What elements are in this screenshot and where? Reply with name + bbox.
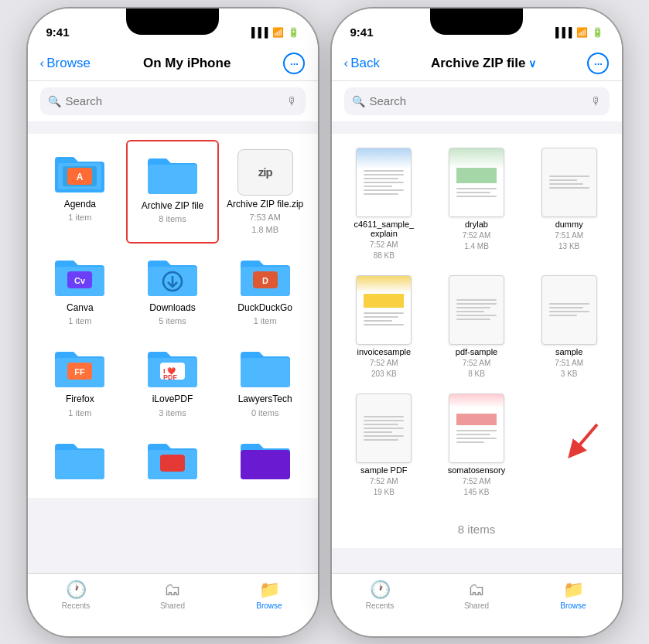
svg-text:FF: FF: [75, 367, 86, 377]
phone-right-content: ‹ Back Archive ZIP file ∨ ··· 🔍 🎙: [332, 47, 622, 636]
shared-icon-right: 🗂: [468, 580, 485, 600]
doc-name-c4611: c4611_sample_ explain: [341, 220, 428, 238]
file-name-ilovepdf: iLovePDF: [152, 394, 193, 404]
doc-size-dummy: 13 KB: [558, 242, 579, 250]
invoice-header: [364, 294, 404, 308]
battery-icon: 🔋: [288, 27, 299, 38]
page-title-text-right: Archive ZIP file: [431, 56, 526, 71]
doc-line: [456, 430, 497, 431]
somato-header: [456, 414, 497, 425]
folder-icon-downloads: [145, 253, 200, 299]
file-item-extra3[interactable]: [219, 427, 312, 492]
notch-right: [430, 9, 523, 35]
doc-item-dummy[interactable]: dummy 7:51 AM 13 KB: [523, 140, 616, 267]
doc-line: [364, 428, 404, 429]
phone-left: 9:41 ▐▐▐ 📶 🔋 ‹ Browse On My iPhone ··· 🔍…: [28, 9, 318, 636]
folder-icon-ilovepdf: I ❤️ PDF: [145, 344, 200, 390]
doc-name-sample: sample: [555, 347, 582, 356]
svg-text:PDF: PDF: [163, 373, 178, 381]
folder-icon-lawyerstech: [237, 344, 293, 390]
search-input-right[interactable]: [370, 94, 586, 107]
browse-label-left: Browse: [256, 601, 282, 610]
doc-line: [549, 183, 583, 185]
back-label-right: Back: [350, 56, 380, 71]
doc-item-pdfsample[interactable]: pdf-sample 7:52 AM 8 KB: [430, 267, 523, 386]
file-item-extra2[interactable]: [126, 427, 219, 492]
doc-item-drylab[interactable]: drylab 7:52 AM 1.4 MB: [430, 140, 523, 267]
wifi-icon: 📶: [272, 27, 284, 38]
file-item-agenda[interactable]: A Agenda 1 item: [34, 140, 127, 244]
doc-grid-right: c4611_sample_ explain 7:52 AM 88 KB: [332, 134, 622, 510]
doc-line: [456, 188, 497, 189]
tab-recents-left[interactable]: 🕐 Recents: [28, 580, 125, 610]
folder-icon-extra1: [52, 436, 108, 482]
doc-lines-samplepdf: [360, 413, 407, 444]
file-meta-archive-zip: 7:53 AM: [249, 213, 280, 222]
doc-thumb-drylab: [449, 148, 504, 217]
file-item-ilovepdf[interactable]: I ❤️ PDF iLovePDF 3 items: [126, 335, 219, 426]
battery-icon-right: 🔋: [592, 27, 603, 38]
back-label-left: Browse: [46, 56, 91, 71]
file-item-archive-zip[interactable]: zip Archive ZIP file.zip 7:53 AM 1.8 MB: [219, 140, 312, 244]
svg-text:A: A: [77, 172, 84, 182]
file-item-archive-folder[interactable]: Archive ZIP file 8 items: [128, 141, 217, 242]
file-item-lawyerstech[interactable]: LawyersTech 0 items: [219, 335, 312, 426]
search-input-left[interactable]: [66, 94, 282, 107]
back-button-left[interactable]: ‹ Browse: [40, 56, 91, 71]
file-name-archive-zip: Archive ZIP file.zip: [227, 199, 303, 210]
folder-icon-agenda: A: [52, 149, 108, 196]
tab-bar-right: 🕐 Recents 🗂 Shared 📁 Browse: [332, 573, 622, 636]
nav-bar-left: ‹ Browse On My iPhone ···: [28, 47, 318, 81]
file-meta-lawyerstech: 0 items: [251, 408, 278, 417]
doc-name-somatosensory: somatosensory: [448, 465, 506, 475]
doc-line: [364, 420, 404, 421]
back-button-right[interactable]: ‹ Back: [344, 56, 380, 71]
doc-line: [456, 315, 497, 316]
tab-browse-right[interactable]: 📁 Browse: [525, 580, 622, 610]
doc-line: [364, 170, 404, 172]
doc-time-pdfsample: 7:52 AM: [463, 359, 491, 367]
file-item-canva[interactable]: Cv Canva 1 item: [34, 244, 127, 335]
folder-icon-extra2: [145, 436, 200, 482]
status-icons-left: ▐▐▐ 📶 🔋: [248, 27, 299, 38]
doc-lines-dummy: [546, 172, 593, 192]
doc-line: [364, 416, 404, 417]
file-meta-downloads: 5 items: [159, 316, 186, 325]
more-button-left[interactable]: ···: [283, 53, 305, 74]
doc-item-c4611[interactable]: c4611_sample_ explain 7:52 AM 88 KB: [338, 140, 431, 267]
doc-item-samplepdf[interactable]: sample PDF 7:52 AM 19 KB: [338, 386, 431, 504]
recents-label-left: Recents: [62, 601, 91, 610]
tab-shared-left[interactable]: 🗂 Shared: [125, 580, 221, 610]
page-title-right: Archive ZIP file ∨: [431, 56, 537, 71]
red-arrow-container: [541, 394, 597, 463]
svg-rect-15: [160, 455, 185, 472]
file-item-extra1[interactable]: [34, 427, 127, 492]
file-item-duckduckgo[interactable]: D DuckDuckGo 1 item: [219, 244, 312, 335]
tab-browse-left[interactable]: 📁 Browse: [221, 580, 318, 610]
tab-recents-right[interactable]: 🕐 Recents: [332, 580, 429, 610]
doc-item-somatosensory[interactable]: somatosensory 7:52 AM 145 KB: [430, 386, 523, 504]
doc-line: [456, 196, 497, 197]
file-meta-canva: 1 item: [68, 316, 91, 325]
file-item-firefox[interactable]: FF Firefox 1 item: [34, 335, 127, 426]
doc-item-invoicesample[interactable]: invoicesample 7:52 AM 203 KB: [338, 267, 431, 386]
tab-shared-right[interactable]: 🗂 Shared: [429, 580, 525, 610]
doc-thumb-c4611: [356, 148, 412, 217]
more-button-right[interactable]: ···: [587, 53, 609, 74]
doc-thumb-somatosensory: [449, 394, 504, 463]
doc-line: [364, 182, 404, 183]
doc-thumb-dummy: [541, 148, 597, 217]
doc-line: [364, 174, 404, 175]
files-content-left: A Agenda 1 item Archive ZIP file 8 items: [28, 121, 318, 573]
signal-icon-right: ▐▐▐: [552, 27, 572, 38]
doc-time-samplepdf: 7:52 AM: [370, 477, 398, 486]
doc-item-sample[interactable]: sample 7:51 AM 3 KB: [523, 267, 616, 386]
doc-line: [364, 424, 398, 425]
shared-icon-left: 🗂: [164, 580, 181, 600]
doc-size-samplepdf: 19 KB: [374, 488, 395, 496]
file-item-downloads[interactable]: Downloads 5 items: [126, 244, 219, 335]
doc-size-pdfsample: 8 KB: [468, 370, 485, 378]
doc-line: [364, 320, 391, 322]
doc-line: [549, 311, 589, 312]
doc-line: [549, 315, 577, 316]
